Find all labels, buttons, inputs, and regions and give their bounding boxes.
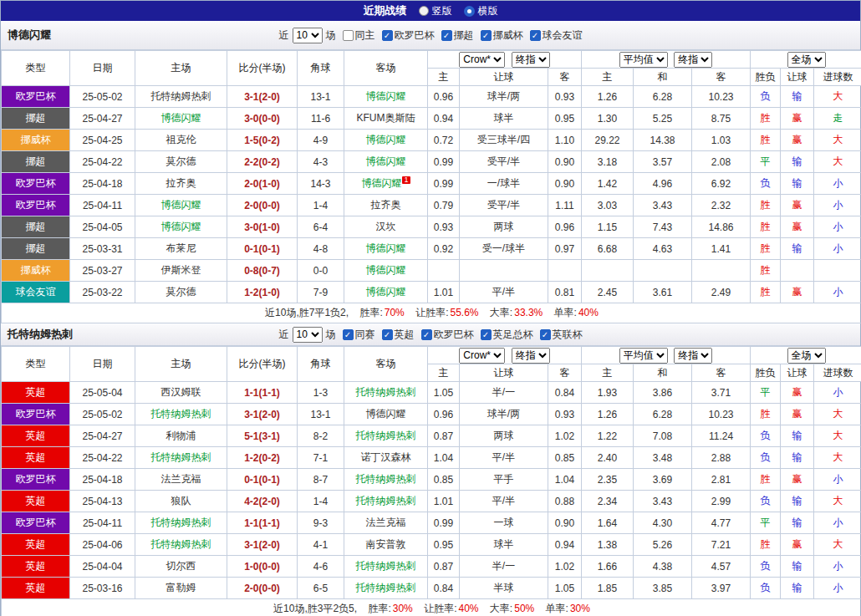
scope-select[interactable]: 全场 — [787, 348, 826, 364]
team-name-link[interactable]: 托特纳姆热刺 — [151, 538, 211, 550]
team-name-link[interactable]: 汉坎 — [376, 221, 396, 232]
average-select[interactable]: 平均值 — [619, 348, 668, 364]
match-score-link[interactable]: 3-1(2-0) — [227, 404, 298, 425]
bookmaker-select[interactable]: Crow* — [459, 52, 505, 68]
team-name-link[interactable]: 法兰克福 — [366, 517, 406, 528]
same-competition-filter[interactable]: 同赛 — [343, 328, 375, 342]
match-score-link[interactable]: 1-2(1-0) — [227, 282, 298, 303]
team-name-link[interactable]: 布莱尼 — [166, 242, 196, 254]
team-name-link[interactable]: 托特纳姆热刺 — [151, 408, 211, 420]
match-score-link[interactable]: 2-0(1-0) — [227, 173, 298, 195]
bookmaker-select[interactable]: Crow* — [459, 348, 505, 364]
match-count-select[interactable]: 10 — [293, 28, 323, 43]
match-date: 25-04-27 — [70, 108, 135, 130]
final-index-select[interactable]: 终指 — [512, 52, 550, 68]
league-filter-europa[interactable]: 欧罗巴杯 — [382, 28, 435, 43]
team-name-link[interactable]: 托特纳姆热刺 — [151, 90, 211, 102]
team-name-link[interactable]: 博德闪耀 — [361, 177, 401, 189]
team-name-link[interactable]: 托特纳姆热刺 — [356, 495, 416, 507]
team-name-link[interactable]: 博德闪耀 — [161, 112, 201, 124]
asian-away-odds: 0.85 — [548, 447, 582, 469]
match-score-link[interactable]: 0-8(0-7) — [227, 260, 298, 282]
asian-home-odds: 1.05 — [428, 382, 460, 404]
match-score-link[interactable]: 0-1(0-1) — [227, 469, 298, 491]
team-name-link[interactable]: 博德闪耀 — [366, 90, 406, 102]
match-score-link[interactable]: 1-1(1-1) — [227, 382, 298, 404]
average-select[interactable]: 平均值 — [619, 52, 668, 68]
away-team-cell: 托特纳姆热刺 — [344, 556, 428, 578]
team-name-link[interactable]: 博德闪耀 — [366, 286, 406, 298]
match-count-select[interactable]: 10 — [293, 327, 323, 343]
match-date: 25-04-11 — [70, 512, 135, 534]
team-name-link[interactable]: 托特纳姆热刺 — [356, 473, 416, 485]
team-name-link[interactable]: 博德闪耀 — [366, 242, 406, 254]
match-score-link[interactable]: 0-1(0-1) — [227, 238, 298, 260]
team-name-link[interactable]: 博德闪耀 — [366, 155, 406, 167]
match-score-link[interactable]: 5-1(3-1) — [227, 425, 298, 447]
match-score-link[interactable]: 3-1(2-0) — [227, 534, 298, 556]
match-score-link[interactable]: 2-2(0-2) — [227, 151, 298, 173]
league-filter-europa[interactable]: 欧罗巴杯 — [421, 328, 474, 342]
league-type-badge: 英超 — [2, 425, 70, 447]
away-team-cell: 托特纳姆热刺 — [344, 469, 428, 491]
scope-select[interactable]: 全场 — [787, 52, 826, 68]
league-filter-club-friendly[interactable]: 球会友谊 — [530, 28, 583, 43]
team-name-link[interactable]: 西汉姆联 — [161, 386, 201, 398]
home-team-cell: 利物浦 — [135, 425, 227, 447]
team-name-link[interactable]: 法兰克福 — [161, 473, 201, 485]
team-name-link[interactable]: KFUM奥斯陆 — [357, 112, 415, 124]
match-score-link[interactable]: 3-0(1-0) — [227, 216, 298, 238]
corner-count: 7-1 — [298, 447, 344, 469]
team-name-link[interactable]: 博德闪耀 — [366, 134, 406, 145]
team-name-link[interactable]: 利物浦 — [166, 430, 196, 441]
league-filter-fa-cup[interactable]: 英足总杯 — [481, 328, 533, 342]
home-team-cell: 伊斯米登 — [135, 260, 227, 282]
final-index-select[interactable]: 终指 — [512, 348, 550, 364]
match-score-link[interactable]: 1-1(1-1) — [227, 512, 298, 534]
team-name-link[interactable]: 伊斯米登 — [161, 264, 201, 276]
team-name-link[interactable]: 祖克伦 — [166, 134, 196, 145]
team-name-link[interactable]: 托特纳姆热刺 — [151, 451, 211, 463]
team-name-link[interactable]: 博德闪耀 — [366, 264, 406, 276]
match-score-link[interactable]: 2-0(0-0) — [227, 195, 298, 216]
team-name-link[interactable]: 诺丁汉森林 — [361, 451, 411, 463]
match-score-link[interactable]: 3-1(2-0) — [227, 86, 298, 108]
layout-option-horizontal[interactable]: 横版 — [464, 4, 498, 18]
league-filter-efl-cup[interactable]: 英联杯 — [540, 328, 583, 342]
league-filter-premier-league[interactable]: 英超 — [382, 328, 415, 342]
team-name-link[interactable]: 拉齐奥 — [166, 177, 196, 189]
match-score-link[interactable]: 3-0(0-0) — [227, 108, 298, 130]
team-name-link[interactable]: 托特纳姆热刺 — [356, 386, 416, 398]
team-name-link[interactable]: 博德闪耀 — [366, 408, 406, 420]
team-name-link[interactable]: 莫尔德 — [166, 155, 196, 167]
team-name-link[interactable]: 切尔西 — [166, 560, 196, 572]
league-type-badge: 挪超 — [2, 238, 70, 260]
team-name-link[interactable]: 狼队 — [171, 495, 191, 507]
table-header-row-groups: 类型 日期 主场 比分(半场) 角球 客场 Crow* 终指 平均值 终指 全场 — [2, 347, 861, 364]
match-score-link[interactable]: 1-2(0-2) — [227, 447, 298, 469]
team-name-link[interactable]: 南安普敦 — [366, 538, 406, 550]
team-name-link[interactable]: 博德闪耀 — [161, 199, 201, 211]
match-score-link[interactable]: 1-5(0-2) — [227, 130, 298, 151]
league-filter-norway-cup[interactable]: 挪威杯 — [481, 28, 523, 43]
match-score-link[interactable]: 4-2(2-0) — [227, 491, 298, 512]
match-score-link[interactable]: 1-0(0-0) — [227, 556, 298, 578]
team-name-link[interactable]: 富勒姆 — [166, 582, 196, 593]
team-name-link[interactable]: 拉齐奥 — [371, 199, 401, 211]
team-name-link[interactable]: 托特纳姆热刺 — [356, 430, 416, 441]
euro-odds-group-header: 平均值 终指 — [582, 347, 751, 364]
asian-away-odds: 1.11 — [548, 195, 582, 216]
team-name-link[interactable]: 莫尔德 — [166, 286, 196, 298]
match-score-link[interactable]: 2-0(0-0) — [227, 578, 298, 599]
final-index-select[interactable]: 终指 — [674, 52, 712, 68]
team-name-link[interactable]: 托特纳姆热刺 — [356, 560, 416, 572]
team-name-link[interactable]: 托特纳姆热刺 — [356, 582, 416, 593]
league-filter-eliteserien[interactable]: 挪超 — [441, 28, 474, 43]
team-name-link[interactable]: 博德闪耀 — [161, 221, 201, 232]
team-name-link[interactable]: 托特纳姆热刺 — [151, 517, 211, 528]
final-index-select[interactable]: 终指 — [674, 348, 712, 364]
home-team-cell: 拉齐奥 — [135, 173, 227, 195]
same-home-filter[interactable]: 同主 — [343, 28, 375, 43]
layout-option-vertical[interactable]: 竖版 — [419, 4, 452, 18]
checkbox-icon — [382, 329, 393, 340]
